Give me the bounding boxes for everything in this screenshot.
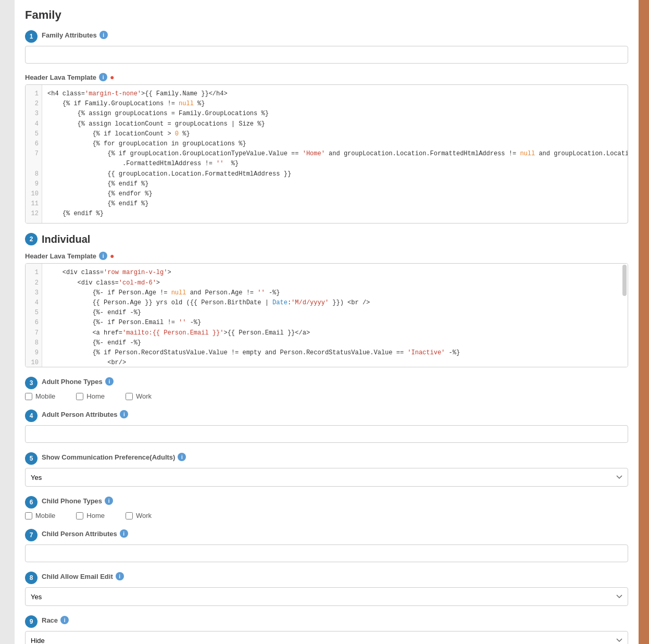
child-home-label: Home <box>86 512 105 519</box>
adult-home-checkbox[interactable] <box>76 393 83 400</box>
step-badge-3: 3 <box>25 377 38 389</box>
individual-header-lava-group: Header Lava Template i ● 123456789101112… <box>25 252 628 367</box>
individual-header-lava-editor[interactable]: 12345678910111213 <div class='row margin… <box>25 263 628 367</box>
adult-phone-types-info-icon[interactable]: i <box>105 377 114 386</box>
adult-work-checkbox[interactable] <box>126 393 133 400</box>
family-attributes-label: Family Attributes i <box>42 31 108 39</box>
child-allow-email-edit-label: Child Allow Email Edit i <box>42 572 124 580</box>
adult-mobile-label: Mobile <box>35 392 55 400</box>
race-label: Race i <box>42 616 69 624</box>
race-info-icon[interactable]: i <box>60 616 69 624</box>
individual-line-numbers: 12345678910111213 <box>26 264 42 367</box>
step-badge-7: 7 <box>25 529 38 541</box>
show-comm-pref-info-icon[interactable]: i <box>178 453 186 461</box>
adult-person-attributes-group: 4 Adult Person Attributes i <box>25 410 628 443</box>
scrollbar-indicator <box>622 265 627 296</box>
child-mobile-checkbox-label[interactable]: Mobile <box>25 512 55 519</box>
family-attributes-input[interactable] <box>25 46 628 64</box>
family-header-lava-required: ● <box>110 73 114 81</box>
adult-work-checkbox-label[interactable]: Work <box>126 392 152 400</box>
child-work-label: Work <box>136 512 152 519</box>
adult-person-attributes-label: Adult Person Attributes i <box>42 410 128 418</box>
race-wrapper: Hide Show Required <box>25 631 628 644</box>
step-badge-4: 4 <box>25 410 38 422</box>
step-badge-8: 8 <box>25 572 38 584</box>
child-home-checkbox-label[interactable]: Home <box>76 512 105 519</box>
step-badge-1: 1 <box>25 30 38 43</box>
adult-phone-types-group: 3 Adult Phone Types i Mobile Home Work <box>25 377 628 400</box>
adult-home-label: Home <box>86 392 105 400</box>
family-header-lava-editor[interactable]: 123456789101112 <h4 class='margin-t-none… <box>25 84 628 224</box>
child-mobile-label: Mobile <box>35 512 55 519</box>
child-home-checkbox[interactable] <box>76 512 83 519</box>
family-header-lava-group: Header Lava Template i ● 123456789101112… <box>25 73 628 224</box>
individual-code-content: <div class='row margin-v-lg'> <div class… <box>42 264 628 367</box>
adult-phone-types-label: Adult Phone Types i <box>42 377 114 386</box>
child-person-attributes-label: Child Person Attributes i <box>42 529 128 538</box>
adult-home-checkbox-label[interactable]: Home <box>76 392 105 400</box>
child-phone-types-label: Child Phone Types i <box>42 497 113 505</box>
main-content: Family 1 Family Attributes i Header Lava… <box>15 0 639 644</box>
adult-work-label: Work <box>136 392 152 400</box>
race-select[interactable]: Hide Show Required <box>25 631 628 644</box>
individual-header-lava-label: Header Lava Template i ● <box>25 252 628 260</box>
family-code-content: <h4 class='margin-t-none'>{{ Family.Name… <box>42 85 628 223</box>
step-badge-5: 5 <box>25 452 38 465</box>
child-work-checkbox-label[interactable]: Work <box>126 512 152 519</box>
child-allow-email-edit-wrapper: Yes No <box>25 587 628 606</box>
child-allow-email-edit-select[interactable]: Yes No <box>25 587 628 606</box>
child-allow-email-edit-group: 8 Child Allow Email Edit i Yes No <box>25 572 628 606</box>
show-comm-pref-label: Show Communication Preference(Adults) i <box>42 453 186 461</box>
step-badge-2: 2 <box>25 233 38 245</box>
step-badge-9: 9 <box>25 615 38 628</box>
right-sidebar <box>639 0 649 644</box>
child-phone-types-info-icon[interactable]: i <box>105 497 113 505</box>
child-work-checkbox[interactable] <box>126 512 133 519</box>
left-sidebar <box>0 0 15 644</box>
family-line-numbers: 123456789101112 <box>26 85 42 223</box>
child-person-attributes-input[interactable] <box>25 544 628 562</box>
child-phone-types-checkboxes: Mobile Home Work <box>25 512 628 519</box>
adult-mobile-checkbox[interactable] <box>25 393 32 400</box>
adult-person-attributes-input[interactable] <box>25 425 628 443</box>
adult-person-attributes-info-icon[interactable]: i <box>120 410 128 418</box>
individual-header-lava-info-icon[interactable]: i <box>99 252 107 260</box>
race-group: 9 Race i Hide Show Required <box>25 615 628 644</box>
family-header-lava-info-icon[interactable]: i <box>99 73 107 81</box>
family-header-lava-label: Header Lava Template i ● <box>25 73 628 81</box>
family-attributes-info-icon[interactable]: i <box>99 31 108 39</box>
child-person-attributes-info-icon[interactable]: i <box>120 529 128 538</box>
individual-section-header: 2 Individual <box>25 233 628 245</box>
individual-header-lava-required: ● <box>110 252 114 260</box>
show-comm-pref-group: 5 Show Communication Preference(Adults) … <box>25 452 628 487</box>
show-comm-pref-select[interactable]: Yes No <box>25 468 628 487</box>
adult-mobile-checkbox-label[interactable]: Mobile <box>25 392 55 400</box>
family-attributes-group: 1 Family Attributes i <box>25 30 628 64</box>
page-title: Family <box>25 8 628 22</box>
individual-section-title: Individual <box>42 233 90 245</box>
child-phone-types-group: 6 Child Phone Types i Mobile Home Work <box>25 496 628 519</box>
step-badge-6: 6 <box>25 496 38 509</box>
child-mobile-checkbox[interactable] <box>25 512 32 519</box>
child-allow-email-edit-info-icon[interactable]: i <box>116 572 124 580</box>
adult-phone-types-checkboxes: Mobile Home Work <box>25 392 628 400</box>
child-person-attributes-group: 7 Child Person Attributes i <box>25 529 628 562</box>
show-comm-pref-wrapper: Yes No <box>25 468 628 487</box>
